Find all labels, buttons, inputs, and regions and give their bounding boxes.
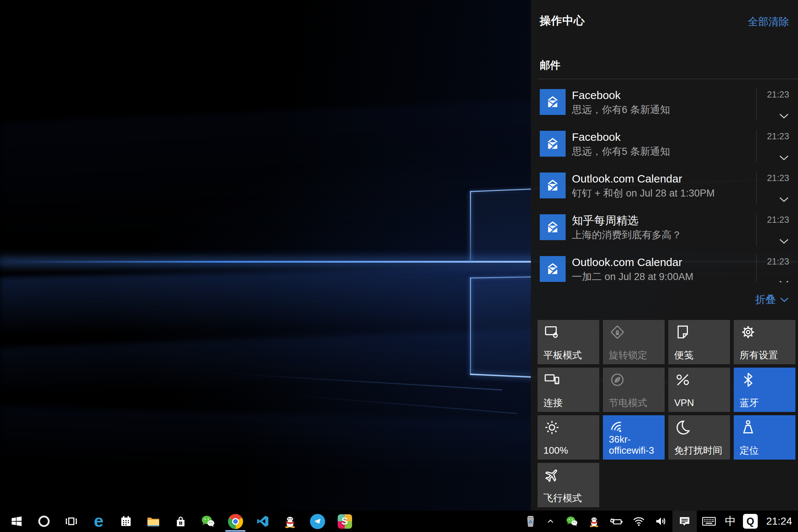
taskbar-edge-button[interactable]: e xyxy=(85,511,112,532)
airplane-mode-icon xyxy=(543,467,560,484)
notification-title: Facebook xyxy=(572,88,756,103)
tray-show-hidden-icons-button[interactable] xyxy=(540,511,561,532)
mail-app-icon xyxy=(540,256,566,282)
taskbar-store-button[interactable] xyxy=(167,511,194,532)
wechat-icon xyxy=(200,514,216,529)
chevron-down-icon[interactable] xyxy=(779,113,789,120)
mail-app-icon xyxy=(540,173,566,198)
quick-action-rotation-lock[interactable]: 旋转锁定 xyxy=(603,320,665,364)
quick-action-sticky-notes[interactable]: 便笺 xyxy=(668,320,730,364)
notification[interactable]: Facebook 思远，你有5 条新通知 21:23 xyxy=(531,130,798,164)
sticky-note-icon xyxy=(674,324,691,341)
tray-battery-icon[interactable] xyxy=(605,511,628,532)
tray-touch-keyboard-button[interactable] xyxy=(697,511,721,532)
visual-studio-icon xyxy=(255,514,270,529)
quick-action-tablet-mode[interactable]: 平板模式 xyxy=(538,320,599,364)
task-view-icon xyxy=(64,514,78,528)
notification-time: 21:23 xyxy=(767,173,789,183)
taskbar-calendar-button[interactable] xyxy=(112,511,140,532)
chevron-down-icon[interactable] xyxy=(779,280,789,282)
tablet-mode-icon xyxy=(543,324,560,341)
quick-action-brightness[interactable]: 100% xyxy=(538,415,599,460)
tray-recycle-bin-icon[interactable] xyxy=(521,511,540,532)
screen: 操作中心 全部清除 邮件 Facebook 思远，你有6 条新通知 21:23 xyxy=(0,0,798,532)
notification[interactable]: Outlook.com Calendar 一加二 on Jul 28 at 9:… xyxy=(531,255,798,282)
chevron-down-icon[interactable] xyxy=(779,197,789,204)
store-icon xyxy=(174,514,188,528)
taskbar: e xyxy=(0,511,798,532)
mail-group-header: 邮件 xyxy=(540,58,560,72)
taskbar-task-view-button[interactable] xyxy=(58,511,85,532)
collapse-button[interactable]: 折叠 xyxy=(755,293,789,307)
file-explorer-icon xyxy=(146,514,161,529)
notification-message: 一加二 on Jul 28 at 9:00AM xyxy=(572,270,756,282)
windows-logo-icon xyxy=(10,515,23,528)
tray-action-center-button[interactable] xyxy=(672,511,697,532)
quick-action-location[interactable]: 定位 xyxy=(734,415,795,460)
clear-all-button[interactable]: 全部清除 xyxy=(748,15,789,29)
cortana-ring-icon xyxy=(37,514,51,528)
tray-wifi-icon[interactable] xyxy=(628,511,649,532)
quick-action-airplane-mode[interactable]: 飞行模式 xyxy=(538,463,599,507)
quick-action-wifi[interactable]: 36kr-officewifi-3 xyxy=(603,415,665,460)
telegram-icon xyxy=(310,514,325,529)
notification-time: 21:23 xyxy=(767,256,789,267)
notification[interactable]: Facebook 思远，你有6 条新通知 21:23 xyxy=(531,88,798,122)
mail-app-icon xyxy=(540,131,566,157)
chevron-down-icon[interactable] xyxy=(779,155,789,162)
taskbar-wechat-button[interactable] xyxy=(194,511,222,532)
taskbar-qq-button[interactable] xyxy=(276,511,304,532)
quick-action-vpn[interactable]: VPN xyxy=(668,368,730,412)
notification-message: 钉钉 + 和创 on Jul 28 at 1:30PM xyxy=(572,186,756,200)
location-icon xyxy=(740,419,757,436)
chevron-up-icon xyxy=(546,516,555,526)
tray-ime-q-icon[interactable]: Q xyxy=(740,511,761,532)
taskbar-slack-button[interactable]: S xyxy=(331,511,358,532)
notification-list: Facebook 思远，你有6 条新通知 21:23 Facebook 思远，你… xyxy=(531,88,798,282)
tray-ime-language-indicator[interactable]: 中 xyxy=(721,511,740,532)
quick-actions-grid: 平板模式 旋转锁定 便笺 所有设置 xyxy=(538,320,795,507)
connect-icon xyxy=(543,371,560,388)
notification-message: 上海的消费到底有多高？ xyxy=(572,228,756,242)
taskbar-start-button[interactable] xyxy=(3,511,30,532)
notification[interactable]: 知乎每周精选 上海的消费到底有多高？ 21:23 xyxy=(531,213,798,247)
tray-qq-icon[interactable] xyxy=(583,511,605,532)
settings-gear-icon xyxy=(740,324,757,341)
tray-clock[interactable]: 21:24 xyxy=(761,511,798,532)
action-center-panel: 操作中心 全部清除 邮件 Facebook 思远，你有6 条新通知 21:23 xyxy=(531,0,798,511)
taskbar-telegram-button[interactable] xyxy=(304,511,331,532)
bluetooth-icon xyxy=(740,371,757,388)
taskbar-visual-studio-button[interactable] xyxy=(249,511,276,532)
chevron-down-icon xyxy=(780,297,789,303)
system-tray: 中 Q 21:24 xyxy=(521,511,798,532)
tray-wechat-icon[interactable] xyxy=(561,511,583,532)
taskbar-file-explorer-button[interactable] xyxy=(140,511,167,532)
chevron-down-icon[interactable] xyxy=(779,238,789,246)
quiet-hours-icon xyxy=(674,419,691,436)
notification[interactable]: Outlook.com Calendar 钉钉 + 和创 on Jul 28 a… xyxy=(531,171,798,205)
tray-volume-icon[interactable] xyxy=(649,511,672,532)
battery-saver-icon xyxy=(609,371,626,388)
qq-icon xyxy=(282,514,298,529)
notification-title: Facebook xyxy=(572,130,756,144)
notification-title: 知乎每周精选 xyxy=(572,213,756,228)
calendar-icon xyxy=(119,514,133,528)
touch-keyboard-icon xyxy=(701,515,717,528)
notification-message: 思远，你有6 条新通知 xyxy=(572,103,756,117)
quick-action-quiet-hours[interactable]: 免打扰时间 xyxy=(668,415,730,460)
taskbar-left: e xyxy=(0,511,358,532)
taskbar-cortana-button[interactable] xyxy=(30,511,58,532)
quick-action-connect[interactable]: 连接 xyxy=(538,368,599,412)
action-center-icon xyxy=(678,515,691,528)
quick-action-bluetooth[interactable]: 蓝牙 xyxy=(734,368,795,412)
notification-time: 21:23 xyxy=(767,89,789,100)
notification-title: Outlook.com Calendar xyxy=(572,171,756,186)
taskbar-chrome-button[interactable] xyxy=(222,511,249,532)
group-divider xyxy=(538,79,798,79)
slack-icon: S xyxy=(338,514,352,529)
chrome-icon xyxy=(228,514,243,529)
notification-title: Outlook.com Calendar xyxy=(572,255,756,270)
quick-action-all-settings[interactable]: 所有设置 xyxy=(734,320,795,364)
quick-action-battery-saver[interactable]: 节电模式 xyxy=(603,368,665,412)
mail-app-icon xyxy=(540,214,566,240)
